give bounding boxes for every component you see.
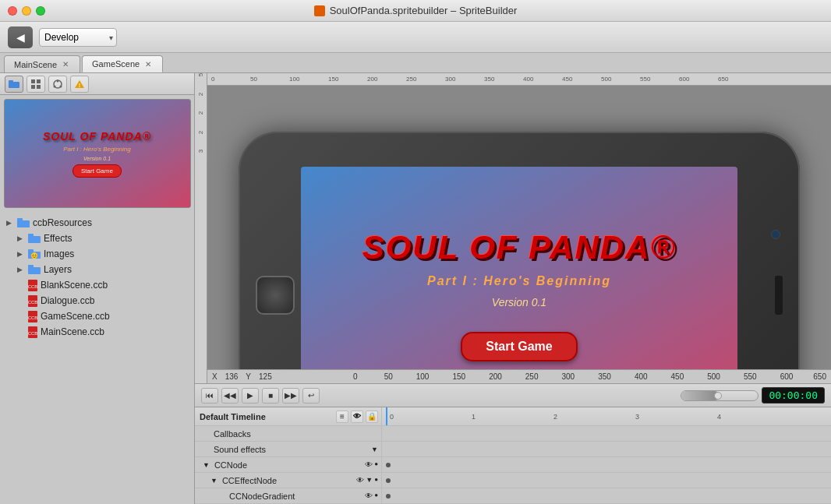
timeline-time-display: 00:00:00 bbox=[762, 387, 825, 404]
svg-text:CCB: CCB bbox=[28, 331, 37, 336]
tab-mainscene-close[interactable]: ✕ bbox=[61, 60, 70, 69]
sidebar-tool-warning[interactable]: ! bbox=[70, 76, 89, 93]
tree-label-images: Images bbox=[44, 248, 74, 259]
track-row-callbacks: Callbacks bbox=[195, 426, 831, 442]
svg-point-9 bbox=[60, 85, 62, 87]
svg-rect-13 bbox=[17, 218, 23, 221]
tree-label-dialogue: Dialogue.ccb bbox=[41, 295, 94, 306]
tree-item-dialogue[interactable]: ▶ CCB Dialogue.ccb bbox=[0, 293, 194, 308]
tab-gamescene[interactable]: GameScene ✕ bbox=[82, 55, 163, 72]
sidebar-tool-grid[interactable] bbox=[27, 76, 45, 93]
cceffect-dot-icon[interactable]: ● bbox=[374, 476, 378, 485]
ccnodegradient-dot-icon[interactable]: ● bbox=[374, 492, 378, 500]
tree-label-blankscene: BlankScene.ccb bbox=[41, 280, 108, 291]
svg-point-8 bbox=[54, 85, 56, 87]
track-content-sound bbox=[382, 442, 831, 456]
maximize-button[interactable] bbox=[36, 6, 45, 16]
tree-label-mainscene: MainScene.ccb bbox=[41, 326, 104, 337]
y-value: 125 bbox=[259, 372, 272, 381]
ccnode-dot-icon[interactable]: ● bbox=[374, 460, 378, 469]
tree-item-mainscene[interactable]: ▶ CCB MainScene.ccb bbox=[0, 324, 194, 340]
ccnodegradient-eye-icon[interactable]: 👁 bbox=[365, 492, 373, 500]
tree-item-layers[interactable]: ▶ Layers bbox=[0, 262, 194, 277]
track-row-ccnodegradient: CCNodeGradient 👁 ● bbox=[195, 488, 831, 504]
svg-rect-3 bbox=[37, 79, 41, 83]
ccnode-eye-icon[interactable]: 👁 bbox=[365, 460, 373, 469]
thumbnail-subtitle: Part I : Hero's Beginning bbox=[63, 146, 130, 153]
tree-item-ccbresources[interactable]: ▶ ccbResources bbox=[0, 215, 194, 231]
timeline-lock-icon[interactable]: 🔒 bbox=[366, 411, 378, 423]
sidebar-tool-folder[interactable] bbox=[5, 76, 23, 93]
tab-gamescene-close[interactable]: ✕ bbox=[143, 59, 153, 69]
tree-label-gamescene: GameScene.ccb bbox=[41, 311, 110, 322]
canvas-area: 32225 0 50 100 150 200 250 300 350 400 4… bbox=[195, 73, 831, 504]
ruler-mark-0: 0 bbox=[353, 372, 358, 381]
svg-text:😊: 😊 bbox=[30, 252, 38, 259]
timeline-loop-button[interactable]: ↩ bbox=[302, 388, 320, 404]
sidebar-tool-node[interactable] bbox=[48, 76, 67, 93]
tree-item-blankscene[interactable]: ▶ CCB BlankScene.ccb bbox=[0, 277, 194, 293]
ruler-mark-400: 400 bbox=[635, 372, 648, 381]
timeline-stop-button[interactable]: ■ bbox=[262, 388, 279, 404]
svg-rect-14 bbox=[28, 236, 41, 243]
ccnodegradient-label: CCNodeGradient bbox=[229, 492, 295, 501]
timeline-menu-icon[interactable]: ≡ bbox=[336, 411, 348, 423]
cceffect-arrow-icon[interactable]: ▼ bbox=[210, 477, 217, 485]
game-button: Start Game bbox=[461, 332, 577, 361]
ruler-mark-300: 300 bbox=[562, 372, 575, 381]
sound-label: Sound effects bbox=[214, 445, 266, 454]
tab-mainscene[interactable]: MainScene ✕ bbox=[4, 55, 80, 72]
cceffect-collapse-icon[interactable]: ▼ bbox=[366, 476, 373, 485]
svg-rect-4 bbox=[31, 85, 35, 89]
svg-rect-1 bbox=[9, 80, 13, 83]
develop-select[interactable]: Develop bbox=[39, 28, 117, 47]
sound-collapse-icon[interactable]: ▼ bbox=[371, 446, 378, 453]
coord-display: X bbox=[212, 372, 217, 381]
track-label-ccnode: ▼ CCNode 👁 ● bbox=[195, 457, 382, 472]
svg-text:CCB: CCB bbox=[28, 284, 37, 289]
game-version: Version 0.1 bbox=[492, 296, 546, 308]
tree-item-effects[interactable]: ▶ Effects bbox=[0, 231, 194, 246]
svg-rect-15 bbox=[28, 234, 34, 237]
file-icon: CCB bbox=[28, 311, 37, 322]
minimize-button[interactable] bbox=[22, 6, 31, 16]
thumbnail: SOUL OF PANDA® Part I : Hero's Beginning… bbox=[4, 99, 191, 208]
arrow-icon: ▶ bbox=[17, 266, 25, 273]
svg-text:CCB: CCB bbox=[28, 300, 37, 305]
main-layout: ! SOUL OF PANDA® Part I : Hero's Beginni… bbox=[0, 73, 831, 504]
svg-text:!: ! bbox=[79, 83, 80, 88]
cceffect-eye-icon[interactable]: 👁 bbox=[356, 476, 364, 485]
timeline-back-button[interactable]: ◀◀ bbox=[221, 388, 239, 404]
svg-point-7 bbox=[57, 79, 59, 82]
track-label-cceffectnode: ▼ CCEffectNode 👁 ▼ ● bbox=[195, 473, 382, 488]
arrow-icon: ▶ bbox=[17, 234, 25, 242]
close-button[interactable] bbox=[8, 6, 17, 16]
ccnode-arrow-icon[interactable]: ▼ bbox=[203, 461, 210, 469]
folder-icon bbox=[28, 265, 41, 274]
arrow-icon: ▶ bbox=[6, 219, 14, 227]
timeline-forward-button[interactable]: ▶▶ bbox=[282, 388, 299, 404]
back-button[interactable]: ◀ bbox=[8, 26, 33, 48]
file-icon: CCB bbox=[28, 280, 37, 291]
timeline-speed-slider[interactable] bbox=[681, 390, 759, 401]
timeline-visibility-icon[interactable]: 👁 bbox=[351, 411, 363, 423]
timeline-play-button[interactable]: ▶ bbox=[242, 388, 259, 404]
ccnodegradient-icons: 👁 ● bbox=[365, 492, 378, 500]
svg-rect-5 bbox=[37, 85, 41, 89]
develop-select-wrapper: Develop ▾ bbox=[39, 28, 117, 47]
tree-item-gamescene[interactable]: ▶ CCB GameScene.ccb bbox=[0, 308, 194, 324]
timeline-tracks: Callbacks Sound effects ▼ ▼ bbox=[195, 426, 831, 504]
arrow-icon: ▶ bbox=[17, 250, 25, 258]
tab-gamescene-label: GameScene bbox=[92, 59, 140, 69]
titlebar: SoulOfPanda.spritebuilder – SpriteBuilde… bbox=[0, 0, 831, 22]
track-label-callbacks: Callbacks bbox=[195, 426, 382, 441]
tree-item-images[interactable]: ▶ 😊 Images bbox=[0, 246, 194, 262]
ruler-mark-200: 200 bbox=[489, 372, 502, 381]
ruler-top: 0 50 100 150 200 250 300 350 400 450 500… bbox=[207, 73, 831, 86]
game-subtitle: Part I : Hero's Beginning bbox=[427, 274, 611, 288]
track-content-ccnode bbox=[382, 457, 831, 472]
thumbnail-title: SOUL OF PANDA® bbox=[43, 130, 151, 143]
cceffectnode-icons: 👁 ▼ ● bbox=[356, 476, 378, 485]
cceffectnode-label: CCEffectNode bbox=[222, 476, 277, 485]
timeline-rewind-button[interactable]: ⏮ bbox=[201, 388, 218, 404]
